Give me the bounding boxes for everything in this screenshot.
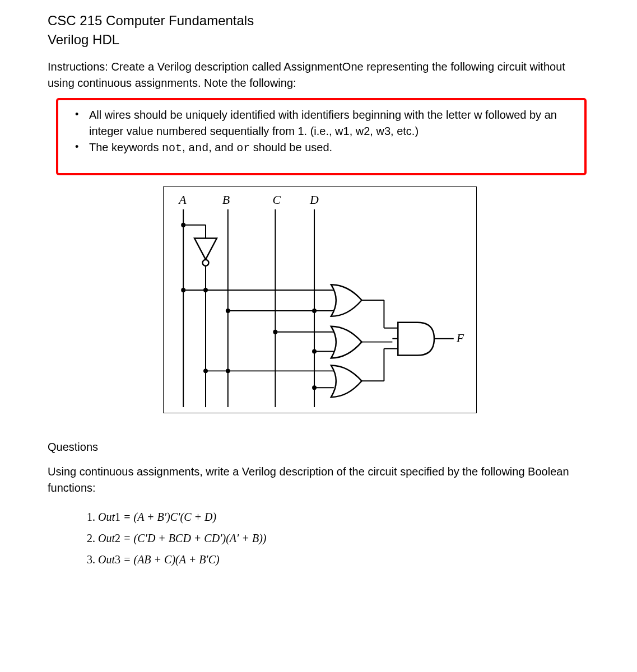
equations-list: 1. Out1 = (A + B′)C′(C + D) 2. Out2 = (C… bbox=[48, 506, 592, 570]
circuit-diagram-container: A B C D F bbox=[48, 186, 592, 416]
bullet-2-part2: should be used. bbox=[250, 141, 332, 153]
or-gate-2-icon bbox=[331, 326, 362, 358]
junction-A-tap bbox=[181, 223, 185, 227]
bullet-2-kw1: not bbox=[162, 142, 182, 155]
instructions-text: Instructions: Create a Verilog descripti… bbox=[48, 59, 592, 91]
equation-3: 3. Out3 = (AB + C)(A + B′C) bbox=[87, 549, 592, 570]
bullet-2-part1: The keywords bbox=[89, 141, 162, 153]
course-title: CSC 215 Computer Fundamentals bbox=[48, 11, 592, 30]
circuit-diagram: A B C D F bbox=[163, 186, 477, 413]
highlighted-notes-box: All wires should be uniquely identified … bbox=[56, 98, 587, 175]
bullet-2-kw3: or bbox=[236, 142, 250, 155]
input-label-D: D bbox=[309, 193, 319, 207]
junction-g2-D bbox=[312, 349, 317, 354]
title-section: CSC 215 Computer Fundamentals Verilog HD… bbox=[48, 11, 592, 49]
bullet-2-sep2: , and bbox=[208, 141, 236, 153]
questions-heading: Questions bbox=[48, 441, 592, 454]
junction-g1-notA bbox=[203, 288, 208, 292]
input-label-A: A bbox=[178, 193, 187, 207]
bullet-2-sep1: , bbox=[182, 141, 188, 153]
and-gate-icon bbox=[398, 323, 434, 356]
or-gate-3-icon bbox=[331, 366, 362, 398]
junction-g1-A bbox=[181, 288, 185, 292]
bullet-2: The keywords not, and, and or should be … bbox=[72, 139, 573, 156]
output-label-F: F bbox=[456, 331, 464, 345]
junction-g2-C bbox=[273, 330, 277, 334]
not-gate-icon bbox=[194, 239, 217, 260]
junction-g3-B bbox=[226, 369, 230, 374]
questions-intro: Using continuous assignments, write a Ve… bbox=[48, 464, 592, 496]
equation-2: 2. Out2 = (C′D + BCD + CD′)(A′ + B)) bbox=[87, 528, 592, 549]
input-label-B: B bbox=[222, 193, 230, 207]
input-label-C: C bbox=[272, 193, 281, 207]
equation-1: 1. Out1 = (A + B′)C′(C + D) bbox=[87, 506, 592, 528]
or-gate-1-icon bbox=[331, 284, 362, 316]
bullet-1-text: All wires should be uniquely identified … bbox=[89, 109, 557, 137]
bullet-1: All wires should be uniquely identified … bbox=[72, 107, 573, 139]
bullet-2-kw2: and bbox=[188, 142, 208, 155]
junction-g3-D bbox=[312, 385, 317, 390]
junction-g1-B bbox=[226, 309, 230, 313]
junction-g3-notA bbox=[203, 369, 208, 374]
junction-g1-D bbox=[312, 309, 317, 313]
subject-title: Verilog HDL bbox=[48, 30, 592, 49]
not-gate-bubble bbox=[203, 260, 209, 266]
